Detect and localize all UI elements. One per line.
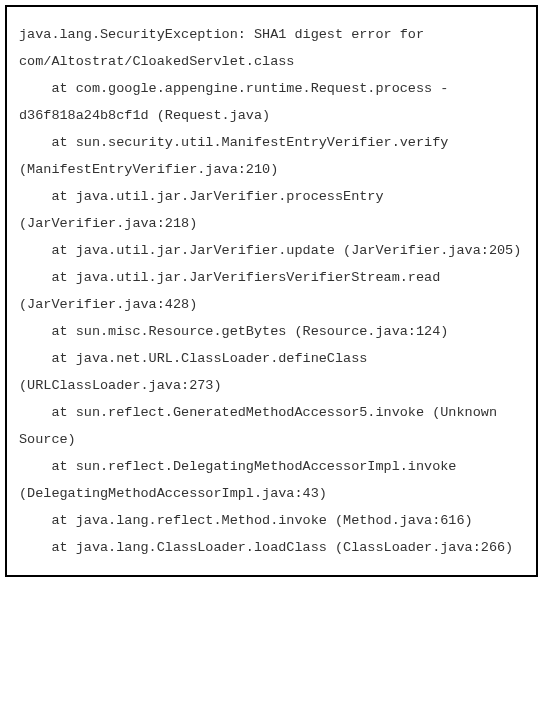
stack-frame: at sun.security.util.ManifestEntryVerifi… (19, 129, 524, 183)
exception-header: java.lang.SecurityException: SHA1 digest… (19, 21, 524, 75)
stack-frame: at com.google.appengine.runtime.Request.… (19, 75, 524, 129)
stack-frame: at java.lang.reflect.Method.invoke (Meth… (19, 507, 524, 534)
stack-frame: at sun.misc.Resource.getBytes (Resource.… (19, 318, 524, 345)
stack-frame: at java.util.jar.JarVerifier.processEntr… (19, 183, 524, 237)
stack-frame: at java.lang.ClassLoader.loadClass (Clas… (19, 534, 524, 561)
stack-frame: at java.net.URL.ClassLoader.defineClass … (19, 345, 524, 399)
stack-frame: at sun.reflect.DelegatingMethodAccessorI… (19, 453, 524, 507)
stack-frame: at java.util.jar.JarVerifiersVerifierStr… (19, 264, 524, 318)
stacktrace-container: java.lang.SecurityException: SHA1 digest… (5, 5, 538, 577)
stack-frame: at sun.reflect.GeneratedMethodAccessor5.… (19, 399, 524, 453)
stack-frame: at java.util.jar.JarVerifier.update (Jar… (19, 237, 524, 264)
